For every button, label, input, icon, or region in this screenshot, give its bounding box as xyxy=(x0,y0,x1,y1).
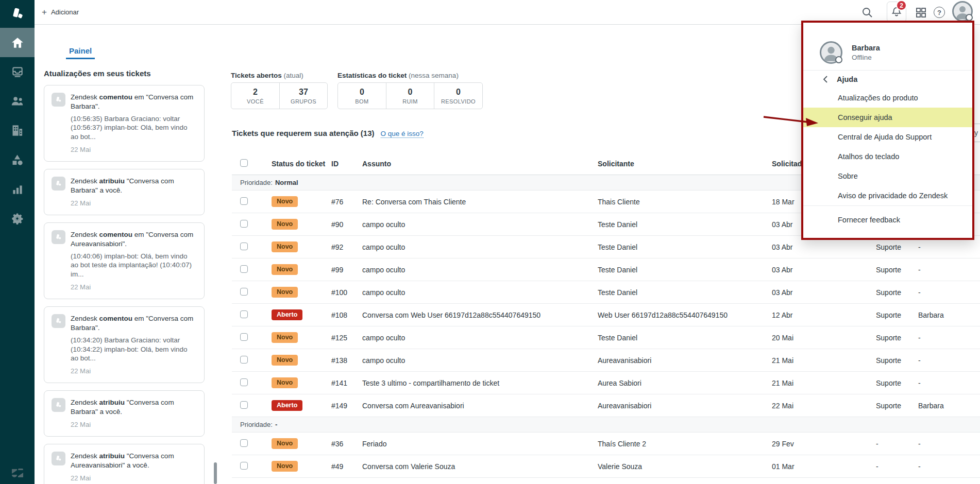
app-sidebar xyxy=(0,0,35,484)
row-checkbox[interactable] xyxy=(240,265,248,273)
ticket-group: Suporte xyxy=(876,266,918,274)
row-checkbox[interactable] xyxy=(240,243,248,250)
ticket-id: #149 xyxy=(331,402,362,410)
sidebar-item-apps[interactable] xyxy=(0,145,35,175)
ticket-requester: Aureavanisabiori xyxy=(598,356,772,365)
ticket-subject[interactable]: campo oculto xyxy=(362,243,598,251)
ticket-requested-date: 29 Fev xyxy=(772,440,876,448)
row-checkbox[interactable] xyxy=(240,220,248,228)
open-tickets-label: Tickets abertos (atual) xyxy=(231,72,303,79)
table-row[interactable]: Novo #100 campo oculto Teste Daniel 03 A… xyxy=(232,281,980,304)
ticket-subject[interactable]: Conversa com Web User 66197d12a88c554407… xyxy=(362,311,598,319)
row-checkbox[interactable] xyxy=(240,378,248,386)
chevron-left-icon xyxy=(822,75,829,83)
sidebar-item-home[interactable] xyxy=(0,28,35,57)
ticket-id: #138 xyxy=(331,356,362,365)
menu-item-keyboard-shortcuts[interactable]: Atalhos do teclado xyxy=(803,147,972,166)
tab-painel[interactable]: Painel xyxy=(66,43,95,59)
ticket-requester: Teste Daniel xyxy=(598,288,772,297)
col-status: Status do ticket xyxy=(272,160,331,168)
zendesk-avatar xyxy=(52,93,65,107)
update-excerpt: (10:34:20) Barbara Graciano: voltar (10:… xyxy=(71,336,197,363)
menu-back-ajuda[interactable]: Ajuda xyxy=(803,71,972,88)
update-card[interactable]: Zendesk atribuiu "Conversa com Barbara" … xyxy=(44,169,205,215)
what-is-this-link[interactable]: O que é isso? xyxy=(381,130,424,138)
ticket-id: #125 xyxy=(331,334,362,342)
stat-cell-solved: 0 RESOLVIDO xyxy=(434,83,482,109)
ticket-statistics-label: Estatísticas do ticket (nessa semana) xyxy=(337,72,459,79)
stat-cell-good: 0 BOM xyxy=(338,83,386,109)
menu-item-support-help-center[interactable]: Central de Ajuda do Support xyxy=(803,127,972,147)
update-timestamp: 22 Mai xyxy=(71,283,197,291)
ticket-id: #90 xyxy=(331,220,362,229)
ticket-assignee: Barbara xyxy=(918,402,980,410)
zendesk-product-logo[interactable] xyxy=(0,0,35,28)
table-row[interactable]: Novo #125 campo oculto Teste Daniel 20 M… xyxy=(232,326,980,349)
profile-avatar-button[interactable] xyxy=(952,1,973,22)
table-row[interactable]: Novo #36 Feriado Thaís Cliente 2 29 Fev … xyxy=(232,433,980,455)
sidebar-item-admin[interactable] xyxy=(0,204,35,233)
update-card[interactable]: Zendesk comentou em "Conversa com Barbar… xyxy=(44,306,205,383)
update-card[interactable]: Zendesk comentou em "Conversa com Barbar… xyxy=(44,85,205,162)
table-row[interactable]: Novo #49 Conversa com Valerie Souza Vale… xyxy=(232,455,980,478)
ticket-id: #76 xyxy=(331,198,362,206)
add-button[interactable]: + Adicionar xyxy=(42,0,79,24)
ticket-subject[interactable]: campo oculto xyxy=(362,220,598,229)
menu-item-about[interactable]: Sobre xyxy=(803,166,972,186)
add-button-label: Adicionar xyxy=(51,8,79,16)
ticket-subject[interactable]: Conversa com Valerie Souza xyxy=(362,462,598,471)
ticket-subject[interactable]: campo oculto xyxy=(362,288,598,297)
table-row[interactable]: Novo #141 Teste 3 ultimo - compartilhame… xyxy=(232,372,980,394)
help-button[interactable]: ? xyxy=(932,5,947,20)
sidebar-item-views[interactable] xyxy=(0,57,35,87)
sidebar-item-organizations[interactable] xyxy=(0,116,35,145)
ticket-requested-date: 03 Abr xyxy=(772,243,876,251)
ticket-subject[interactable]: campo oculto xyxy=(362,356,598,365)
ticket-subject[interactable]: Teste 3 ultimo - compartilhamento de tic… xyxy=(362,379,598,387)
priority-group-header: Prioridade:- xyxy=(232,417,980,433)
menu-item-product-updates[interactable]: Atualizações do produto xyxy=(803,88,972,108)
update-card[interactable]: Zendesk comentou em "Conversa com Aureav… xyxy=(44,222,205,299)
menu-user-row[interactable]: Barbara Offline xyxy=(803,23,972,70)
row-checkbox[interactable] xyxy=(240,356,248,364)
row-checkbox[interactable] xyxy=(240,197,248,205)
row-checkbox[interactable] xyxy=(240,439,248,447)
table-row[interactable]: Aberto #149 Conversa com Aureavanisabior… xyxy=(232,394,980,417)
row-checkbox[interactable] xyxy=(240,333,248,341)
update-timestamp: 22 Mai xyxy=(71,145,197,154)
ticket-subject[interactable]: Feriado xyxy=(362,440,598,448)
status-badge: Novo xyxy=(272,264,298,275)
updates-panel-title: Atualizações em seus tickets xyxy=(44,69,205,78)
bar-chart-icon xyxy=(11,183,24,196)
sidebar-item-customers[interactable] xyxy=(0,87,35,116)
menu-item-get-help[interactable]: Conseguir ajuda xyxy=(803,108,972,127)
row-checkbox[interactable] xyxy=(240,462,248,470)
ticket-assignee: - xyxy=(918,379,980,387)
row-checkbox[interactable] xyxy=(240,288,248,296)
table-row[interactable]: Aberto #108 Conversa com Web User 66197d… xyxy=(232,304,980,326)
update-timestamp: 22 Mai xyxy=(71,474,197,482)
status-badge: Novo xyxy=(272,287,298,298)
ticket-subject[interactable]: campo oculto xyxy=(362,334,598,342)
search-button[interactable] xyxy=(859,5,875,20)
ticket-subject[interactable]: Re: Conversa com Thais Cliente xyxy=(362,198,598,206)
ticket-subject[interactable]: Conversa com Aureavanisabiori xyxy=(362,402,598,410)
col-requester: Solicitante xyxy=(598,160,772,168)
zendesk-avatar xyxy=(52,452,65,465)
grid-icon xyxy=(916,7,926,18)
menu-item-give-feedback[interactable]: Fornecer feedback xyxy=(803,206,972,234)
updates-panel-scrollbar[interactable] xyxy=(214,462,217,484)
row-checkbox[interactable] xyxy=(240,401,248,409)
sidebar-item-reporting[interactable] xyxy=(0,175,35,204)
select-all-checkbox[interactable] xyxy=(240,159,248,167)
table-row[interactable]: Novo #138 campo oculto Aureavanisabiori … xyxy=(232,349,980,372)
ticket-requester: Thaís Cliente 2 xyxy=(598,440,772,448)
ticket-group: Suporte xyxy=(876,356,918,365)
ticket-subject[interactable]: campo oculto xyxy=(362,266,598,274)
update-card[interactable]: Zendesk atribuiu "Conversa com Aureavani… xyxy=(44,444,205,484)
row-checkbox[interactable] xyxy=(240,310,248,318)
menu-item-privacy-notice[interactable]: Aviso de privacidade do Zendesk xyxy=(803,186,972,205)
table-row[interactable]: Novo #99 campo oculto Teste Daniel 03 Ab… xyxy=(232,258,980,281)
products-tray-button[interactable] xyxy=(913,5,928,20)
update-card[interactable]: Zendesk atribuiu "Conversa com Barbara" … xyxy=(44,390,205,437)
